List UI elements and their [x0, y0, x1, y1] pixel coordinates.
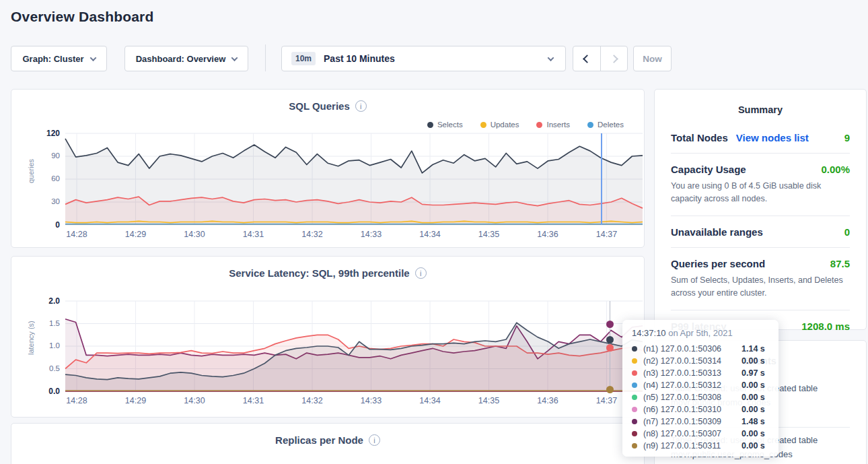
sql-queries-plot[interactable]: queries030609012014:2814:2914:3014:3114:…: [65, 133, 643, 225]
summary-row-unavailable: Unavailable ranges 0: [671, 216, 850, 248]
unavailable-ranges-value: 0: [844, 226, 850, 238]
summary-title: Summary: [655, 104, 866, 115]
time-range-label: Past 10 Minutes: [324, 53, 395, 64]
tooltip-row: (n7) 127.0.0.1:503091.48 s: [632, 416, 769, 428]
tooltip-node-label: (n6) 127.0.0.1:50310: [643, 405, 742, 414]
legend-label: Deletes: [598, 121, 624, 129]
summary-row-total-nodes: Total Nodes View nodes list 9: [671, 122, 850, 154]
x-tick-label: 14:33: [353, 396, 390, 405]
total-nodes-value: 9: [844, 132, 850, 143]
x-tick-label: 14:35: [470, 396, 508, 405]
capacity-label: Capacity Usage: [671, 164, 746, 175]
p99-latency-value: 1208.0 ms: [801, 321, 850, 332]
tooltip-node-value: 0.97 s: [742, 368, 765, 378]
x-tick-label: 14:37: [588, 396, 626, 405]
node-color-dot-icon: [632, 419, 637, 424]
node-color-dot-icon: [632, 431, 637, 436]
info-icon[interactable]: i: [355, 100, 367, 112]
x-tick-label: 14:36: [529, 396, 567, 405]
summary-row-qps: Queries per second 87.5 Sum of Selects, …: [671, 248, 850, 310]
node-color-dot-icon: [632, 346, 637, 352]
time-range-dropdown[interactable]: 10m Past 10 Minutes: [281, 46, 566, 71]
chart-hover-tooltip: 14:37:10 on Apr 5th, 2021 (n1) 127.0.0.1…: [622, 320, 779, 457]
legend-label: Updates: [491, 121, 519, 129]
legend-item-deletes[interactable]: Deletes: [587, 121, 624, 129]
hover-point: [606, 386, 614, 393]
view-nodes-list-link[interactable]: View nodes list: [736, 132, 809, 143]
overview-dashboard-page: Overview Dashboard Graph: Cluster Dashbo…: [0, 0, 868, 464]
tooltip-node-label: (n4) 127.0.0.1:50312: [643, 380, 742, 390]
x-tick-label: 14:36: [529, 230, 567, 239]
x-tick-label: 14:32: [293, 396, 331, 405]
tooltip-node-value: 0.00 s: [742, 380, 765, 390]
chevron-down-icon: [548, 55, 554, 61]
dashboard-dropdown[interactable]: Dashboard: Overview: [124, 46, 248, 71]
summary-panel: Summary Total Nodes View nodes list 9 Ca…: [654, 89, 867, 330]
page-title: Overview Dashboard: [11, 9, 154, 25]
sql-queries-chart-card: SQL Queries i SelectsUpdatesInsertsDelet…: [11, 89, 645, 248]
node-color-dot-icon: [632, 383, 637, 388]
legend-dot-icon: [536, 122, 542, 128]
info-icon[interactable]: i: [415, 267, 427, 279]
capacity-desc: You are using 0 B of 4.5 GiB usable disk…: [671, 180, 850, 206]
service-latency-chart-card: Service Latency: SQL, 99th percentile i …: [11, 256, 645, 418]
time-back-button[interactable]: [573, 46, 600, 71]
x-tick-label: 14:30: [176, 230, 213, 239]
tooltip-node-label: (n7) 127.0.0.1:50309: [643, 417, 742, 426]
y-tick-label: 0.0: [33, 387, 60, 396]
node-color-dot-icon: [632, 370, 637, 376]
node-color-dot-icon: [632, 358, 637, 364]
capacity-value: 0.00%: [821, 164, 850, 175]
now-button[interactable]: Now: [633, 46, 672, 71]
y-tick-label: 1.5: [33, 319, 60, 327]
y-tick-label: 30: [33, 197, 60, 205]
legend-item-selects[interactable]: Selects: [427, 121, 463, 129]
tooltip-row: (n3) 127.0.0.1:503130.97 s: [632, 367, 769, 379]
tooltip-node-value: 1.14 s: [742, 344, 765, 354]
legend-item-inserts[interactable]: Inserts: [536, 121, 570, 129]
legend-dot-icon: [587, 122, 593, 128]
y-tick-label: 1.0: [33, 341, 60, 350]
chevron-left-icon: [583, 55, 591, 63]
node-color-dot-icon: [632, 443, 637, 449]
graph-dropdown[interactable]: Graph: Cluster: [11, 46, 107, 71]
service-latency-plot[interactable]: latency (s)0.00.51.01.52.014:2814:2914:3…: [65, 301, 643, 391]
summary-row-capacity: Capacity Usage 0.00% You are using 0 B o…: [671, 154, 850, 216]
tooltip-row: (n8) 127.0.0.1:503070.00 s: [632, 428, 769, 440]
tooltip-node-value: 0.00 s: [742, 393, 765, 402]
info-icon[interactable]: i: [369, 434, 380, 446]
tooltip-timestamp: 14:37:10 on Apr 5th, 2021: [632, 328, 769, 338]
y-tick-label: 0: [33, 220, 60, 230]
tooltip-time: 14:37:10: [632, 328, 666, 338]
legend-dot-icon: [480, 122, 486, 128]
total-nodes-label: Total Nodes: [671, 132, 728, 143]
chart-title: Replicas per Node: [275, 434, 363, 446]
tooltip-row: (n6) 127.0.0.1:503100.00 s: [632, 403, 769, 416]
node-color-dot-icon: [632, 395, 637, 400]
y-tick-label: 2.0: [33, 296, 60, 306]
x-tick-label: 14:31: [235, 396, 273, 405]
hover-point: [606, 344, 614, 352]
tooltip-row: (n2) 127.0.0.1:503140.00 s: [632, 355, 769, 367]
time-forward-button[interactable]: [600, 46, 627, 71]
tooltip-node-label: (n9) 127.0.0.1:50311: [643, 441, 742, 451]
tooltip-node-label: (n8) 127.0.0.1:50307: [643, 429, 742, 438]
y-tick-label: 0.5: [33, 364, 60, 372]
chart-title: Service Latency: SQL, 99th percentile: [229, 267, 409, 279]
tooltip-row: (n1) 127.0.0.1:503061.14 s: [632, 343, 769, 355]
unavailable-ranges-label: Unavailable ranges: [671, 226, 763, 238]
tooltip-row: (n4) 127.0.0.1:503120.00 s: [632, 379, 769, 391]
tooltip-node-value: 1.48 s: [742, 417, 765, 426]
tooltip-row: (n5) 127.0.0.1:503080.00 s: [632, 391, 769, 403]
legend-item-updates[interactable]: Updates: [480, 121, 519, 129]
time-step-buttons: [573, 46, 628, 71]
y-tick-label: 60: [33, 174, 60, 183]
x-tick-label: 14:29: [117, 230, 155, 239]
x-tick-label: 14:30: [176, 396, 213, 405]
qps-label: Queries per second: [671, 258, 765, 269]
x-tick-label: 14:37: [588, 230, 626, 239]
time-range-badge: 10m: [291, 52, 316, 65]
chevron-down-icon: [231, 55, 238, 61]
x-tick-label: 14:31: [235, 230, 273, 239]
tooltip-row: (n9) 127.0.0.1:503110.00 s: [632, 440, 769, 452]
